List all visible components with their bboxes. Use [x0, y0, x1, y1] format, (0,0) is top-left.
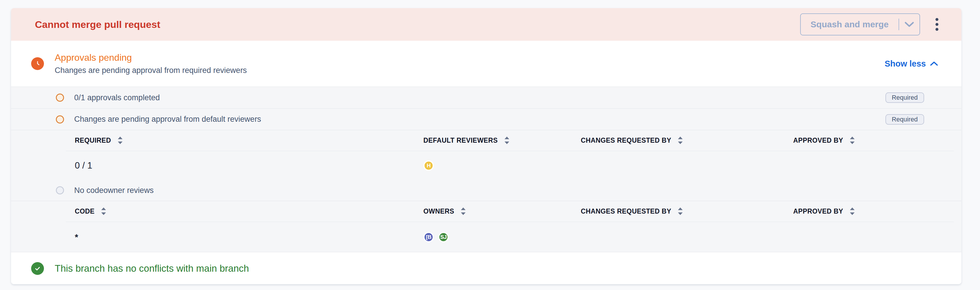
approvals-titles: Approvals pending Changes are pending ap… — [55, 52, 247, 75]
owners-cell: [B SJ — [423, 232, 581, 242]
approvals-pending-title: Approvals pending — [55, 52, 247, 63]
default-reviewers-table: REQUIRED DEFAULT REVIEWERS CHANGES REQUE… — [66, 130, 954, 180]
avatar[interactable]: SJ — [438, 232, 449, 242]
column-header-owners[interactable]: OWNERS — [423, 207, 581, 216]
merge-checks-details: 0/1 approvals completed Required Changes… — [11, 87, 961, 252]
avatar-group: H — [423, 160, 581, 171]
approvals-pending-subtitle: Changes are pending approval from requir… — [55, 66, 247, 75]
check-row-default-reviewers: Changes are pending approval from defaul… — [11, 108, 961, 130]
clock-icon — [34, 60, 41, 67]
check-label: Changes are pending approval from defaul… — [74, 115, 261, 124]
table-header-row: REQUIRED DEFAULT REVIEWERS CHANGES REQUE… — [66, 130, 954, 151]
squash-and-merge-label[interactable]: Squash and merge — [801, 14, 899, 35]
merge-strategy-dropdown[interactable] — [899, 14, 920, 35]
overflow-menu-button[interactable] — [931, 13, 943, 35]
column-header-approved-by[interactable]: APPROVED BY — [793, 207, 954, 216]
no-conflicts-status: This branch has no conflicts with main b… — [11, 252, 961, 284]
squash-and-merge-button[interactable]: Squash and merge — [800, 13, 920, 35]
approvals-pending-section-header: Approvals pending Changes are pending ap… — [11, 41, 961, 87]
column-header-label[interactable]: APPROVED BY — [793, 136, 843, 144]
checkmark-icon — [34, 265, 41, 272]
required-count-cell: 0 / 1 — [75, 160, 423, 171]
check-row-approvals-count: 0/1 approvals completed Required — [11, 87, 961, 108]
pending-status-icon — [31, 57, 44, 70]
table-row: 0 / 1 H — [66, 151, 954, 180]
column-header-label[interactable]: OWNERS — [423, 208, 454, 216]
column-header-label[interactable]: APPROVED BY — [793, 208, 843, 216]
show-less-label[interactable]: Show less — [885, 59, 926, 68]
avatar[interactable]: [B — [423, 232, 434, 242]
column-header-label[interactable]: REQUIRED — [75, 136, 111, 144]
sort-arrows-icon[interactable] — [678, 207, 683, 216]
check-row-codeowner-reviews: No codeowner reviews — [11, 180, 961, 201]
column-header-changes-requested-by[interactable]: CHANGES REQUESTED BY — [581, 207, 793, 216]
avatar-group: [B SJ — [423, 232, 581, 242]
success-status-icon — [31, 262, 44, 275]
required-badge: Required — [885, 92, 924, 103]
required-badge: Required — [885, 114, 924, 125]
chevron-up-icon — [930, 61, 938, 66]
check-label: No codeowner reviews — [74, 186, 154, 195]
column-header-label[interactable]: CODE — [75, 208, 95, 216]
sort-arrows-icon[interactable] — [850, 136, 855, 145]
neutral-circle-icon — [56, 186, 64, 194]
sort-arrows-icon[interactable] — [850, 207, 855, 216]
column-header-required[interactable]: REQUIRED — [75, 136, 423, 145]
column-header-label[interactable]: CHANGES REQUESTED BY — [581, 136, 671, 144]
sort-arrows-icon[interactable] — [118, 136, 123, 145]
column-header-changes-requested-by[interactable]: CHANGES REQUESTED BY — [581, 136, 793, 145]
check-label: 0/1 approvals completed — [74, 93, 160, 102]
avatar[interactable]: H — [423, 160, 434, 171]
cannot-merge-banner: Cannot merge pull request Squash and mer… — [11, 8, 961, 41]
column-header-label[interactable]: CHANGES REQUESTED BY — [581, 208, 671, 216]
code-pattern-cell: * — [75, 232, 423, 242]
sort-arrows-icon[interactable] — [504, 136, 509, 145]
column-header-approved-by[interactable]: APPROVED BY — [793, 136, 954, 145]
chevron-down-icon — [904, 21, 914, 28]
pending-circle-icon — [56, 116, 64, 124]
sort-arrows-icon[interactable] — [101, 207, 106, 216]
merge-checks-panel: Cannot merge pull request Squash and mer… — [11, 8, 961, 284]
table-row: * [B SJ — [66, 222, 954, 252]
pending-circle-icon — [56, 93, 64, 102]
banner-title: Cannot merge pull request — [35, 19, 160, 30]
column-header-label[interactable]: DEFAULT REVIEWERS — [423, 136, 498, 144]
column-header-default-reviewers[interactable]: DEFAULT REVIEWERS — [423, 136, 581, 145]
table-header-row: CODE OWNERS CHANGES REQUESTED BY — [66, 201, 954, 222]
default-reviewers-cell: H — [423, 160, 581, 171]
codeowners-table: CODE OWNERS CHANGES REQUESTED BY — [66, 201, 954, 252]
kebab-menu-icon — [935, 18, 939, 31]
sort-arrows-icon[interactable] — [461, 207, 466, 216]
show-less-toggle[interactable]: Show less — [885, 59, 938, 68]
sort-arrows-icon[interactable] — [678, 136, 683, 145]
no-conflicts-label: This branch has no conflicts with main b… — [55, 263, 249, 274]
column-header-code[interactable]: CODE — [75, 207, 423, 216]
